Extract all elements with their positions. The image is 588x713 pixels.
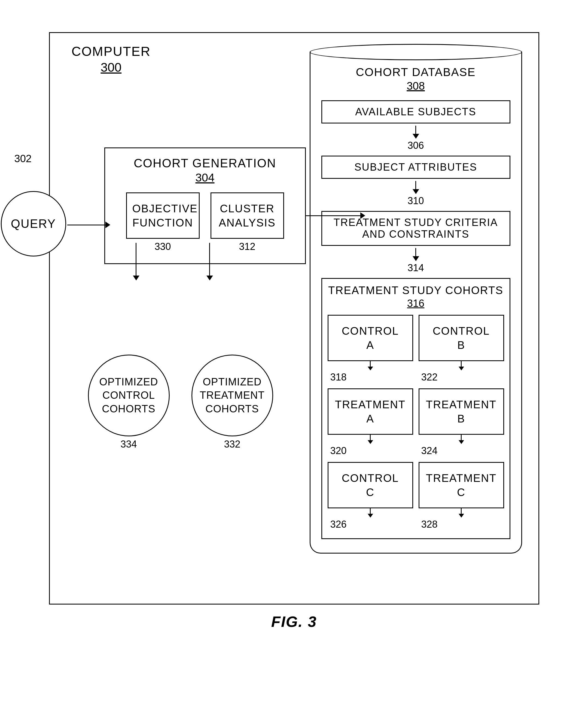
study-cohorts-ref: 316 [328, 298, 504, 309]
arrow-head-down [133, 276, 140, 281]
arrow-head3 [413, 256, 419, 261]
optimized-treatment-circle: OPTIMIZEDTREATMENTCOHORTS [191, 354, 273, 436]
arrow-v-line2 [209, 243, 210, 276]
control-c-cell: CONTROLC 326 [328, 462, 413, 530]
treatment-b-arrow-head [459, 440, 464, 444]
arrow-subj-to-criteria [321, 181, 510, 194]
treatment-b-box: TREATMENTB [419, 388, 504, 435]
control-b-arrow-head [459, 367, 464, 370]
treatment-criteria-label: TREATMENT STUDY CRITERIAAND CONSTRAINTS [334, 217, 498, 240]
cohort-gen-title: COHORT GENERATION [113, 157, 297, 170]
study-cohorts-box: TREATMENT STUDY COHORTS 316 CONTROLA 318 [321, 278, 510, 539]
optimized-control-circle: OPTIMIZEDCONTROLCOHORTS [88, 354, 170, 436]
treatment-a-ref: 320 [328, 445, 413, 456]
control-a-box: CONTROLA [328, 315, 413, 361]
treatment-a-arrow-head [368, 440, 373, 444]
computer-ref: 300 [71, 60, 151, 75]
control-a-arrow-head [368, 367, 373, 370]
query-to-cohortgen-arrow [67, 222, 110, 228]
objective-function-label: OBJECTIVEFUNCTION [132, 203, 198, 229]
treatment-c-arrow-line [461, 508, 462, 514]
gen-inner: OBJECTIVEFUNCTION 330 CLUSTERANALYSIS 31… [113, 192, 297, 252]
subject-attributes-box: SUBJECT ATTRIBUTES [321, 156, 510, 179]
arrow-avail-to-subj [321, 126, 510, 139]
arrow-line3 [415, 248, 416, 256]
treatment-c-ref: 328 [419, 519, 504, 530]
cluster-analysis-cell: CLUSTERANALYSIS 312 [211, 192, 284, 252]
treatment-a-cell: TREATMENTA 320 [328, 388, 413, 456]
control-c-arrow-head [368, 514, 373, 517]
optimized-area: OPTIMIZEDCONTROLCOHORTS 334 OPTIMIZEDTRE… [88, 354, 273, 450]
control-b-arrow-line [461, 361, 462, 367]
available-subjects-ref: 306 [321, 140, 510, 151]
treatment-criteria-box: TREATMENT STUDY CRITERIAAND CONSTRAINTS [321, 211, 510, 246]
treatment-b-arrow-line [461, 435, 462, 440]
control-a-ref: 318 [328, 371, 413, 383]
query-label: QUERY [11, 217, 56, 230]
figure-label: FIG. 3 [271, 613, 317, 630]
arrow-v-line [135, 243, 136, 276]
cluster-to-treatment-arrow [206, 243, 213, 281]
query-circle: QUERY [1, 191, 66, 257]
optimized-control-container: OPTIMIZEDCONTROLCOHORTS 334 [88, 354, 170, 450]
arrow-criteria-to-cohorts [321, 248, 510, 261]
treatment-criteria-ref: 314 [321, 262, 510, 273]
subject-attributes-ref: 310 [321, 195, 510, 207]
control-a-cell: CONTROLA 318 [328, 315, 413, 383]
control-c-box: CONTROLC [328, 462, 413, 508]
computer-box: COMPUTER 300 QUERY 302 COHORT GENERATION… [49, 32, 539, 605]
cohort-database: COHORT DATABASE 308 AVAILABLE SUBJECTS 3… [310, 44, 522, 553]
arrow-head-down2 [206, 276, 213, 281]
control-c-ref: 326 [328, 519, 413, 530]
computer-label: COMPUTER 300 [71, 44, 151, 75]
cluster-analysis-box: CLUSTERANALYSIS [211, 192, 284, 239]
control-c-arrow-line [370, 508, 371, 514]
cylinder-body: COHORT DATABASE 308 AVAILABLE SUBJECTS 3… [310, 52, 522, 553]
treatment-c-arrow-head [459, 514, 464, 517]
optimized-treatment-container: OPTIMIZEDTREATMENTCOHORTS 332 [191, 354, 273, 450]
cohort-gen-ref: 304 [113, 171, 297, 184]
arrow-line2 [415, 181, 416, 189]
cohorts-grid: CONTROLA 318 CONTROLB [328, 315, 504, 530]
treatment-a-arrow-line [370, 435, 371, 440]
study-cohorts-title: TREATMENT STUDY COHORTS [328, 284, 504, 297]
cylinder-top [310, 44, 522, 60]
treatment-c-cell: TREATMENTC 328 [419, 462, 504, 530]
objective-function-box: OBJECTIVEFUNCTION [126, 192, 200, 239]
page: COMPUTER 300 QUERY 302 COHORT GENERATION… [22, 16, 566, 697]
cluster-analysis-label: CLUSTERANALYSIS [219, 203, 276, 229]
arrow-head [413, 134, 419, 139]
cohort-db-ref: 308 [321, 80, 510, 92]
arrow-line [415, 126, 416, 134]
optimized-treatment-label: OPTIMIZEDTREATMENTCOHORTS [200, 375, 265, 416]
optimized-treatment-ref: 332 [224, 439, 240, 450]
control-b-cell: CONTROLB 322 [419, 315, 504, 383]
control-b-box: CONTROLB [419, 315, 504, 361]
treatment-b-cell: TREATMENTB 324 [419, 388, 504, 456]
optimized-control-ref: 334 [120, 439, 137, 450]
available-subjects-box: AVAILABLE SUBJECTS [321, 100, 510, 123]
treatment-a-box: TREATMENTA [328, 388, 413, 435]
arrow-line [67, 225, 105, 225]
treatment-c-box: TREATMENTC [419, 462, 504, 508]
cluster-analysis-ref: 312 [211, 241, 284, 252]
control-b-ref: 322 [419, 371, 504, 383]
arrow-head2 [413, 189, 419, 194]
query-ref: 302 [15, 153, 31, 165]
obj-to-control-arrow [133, 243, 140, 281]
computer-title: COMPUTER [71, 44, 151, 59]
treatment-b-ref: 324 [419, 445, 504, 456]
control-a-arrow-line [370, 361, 371, 367]
cohort-db-title: COHORT DATABASE [321, 66, 510, 79]
optimized-control-label: OPTIMIZEDCONTROLCOHORTS [99, 375, 158, 416]
